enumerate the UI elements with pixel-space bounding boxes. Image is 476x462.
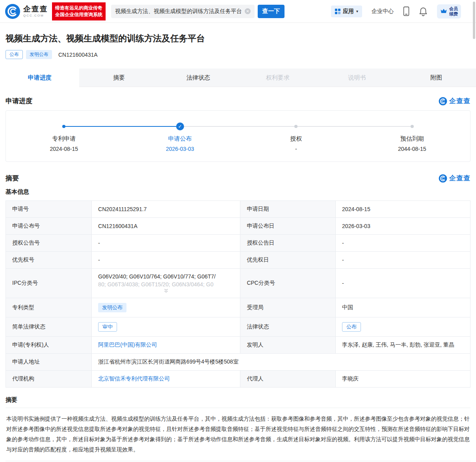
page-title: 视频生成方法、视频生成模型的训练方法及任务平台 <box>6 33 470 44</box>
vip-label: 会员 续费 <box>449 6 458 17</box>
info-label: 申请公布号 <box>6 218 92 235</box>
step-dot-filed <box>62 125 65 128</box>
table-row: IPC分类号 G06V20/40; G06V10/764; G06V10/774… <box>6 269 470 298</box>
info-label: 代理人 <box>240 371 336 388</box>
qcc-watermark-icon <box>439 97 447 106</box>
table-row: 申请人地址 浙江省杭州市滨江区长河街道网商路699号4号楼5楼508室 <box>6 354 470 371</box>
slogan-line1: 缔造有远见的商业传奇 <box>55 5 102 11</box>
step-dot-granted <box>294 125 298 128</box>
table-row: 申请公布号 CN121600431A 申请公布日 2026-03-03 <box>6 218 470 235</box>
bell-icon <box>419 7 428 16</box>
step-dot-expiry <box>411 125 414 128</box>
agency-value: 北京智信禾专利代理有限公司 <box>92 371 240 388</box>
mobile-app-button[interactable] <box>403 6 409 16</box>
ipc-line2: 80; G06T3/4038; G06T15/20; G06N3/0464; G… <box>98 281 234 288</box>
search-area: ✕ 查一下 <box>111 5 284 18</box>
qcc-watermark: 企查查 <box>439 174 470 183</box>
patent-office-value: 中国 <box>336 298 470 317</box>
applicant-address-value: 浙江省杭州市滨江区长河街道网商路699号4号楼5楼508室 <box>92 354 470 371</box>
patent-type-tag: 发明公布 <box>98 303 126 312</box>
status-tag-public: 公布 <box>6 50 23 59</box>
search-input[interactable] <box>115 8 245 15</box>
info-label: 简单法律状态 <box>6 317 92 337</box>
table-row: 申请号 CN202411125291.7 申请日期 2024-08-15 <box>6 201 470 218</box>
crown-icon <box>440 8 447 14</box>
abstract-text: 本说明书实施例提供了一种视频生成方法、视频生成模型的训练方法及任务平台，其中，视… <box>6 414 470 455</box>
info-label: 授权公告日 <box>240 235 336 252</box>
tab-application-progress[interactable]: 申请进度 <box>0 69 79 87</box>
summary-section-title: 摘要 <box>6 174 19 183</box>
cpc-class-value: - <box>336 269 470 298</box>
table-row: 专利类型 发明公布 受理局 中国 <box>6 298 470 317</box>
info-label: 受理局 <box>240 298 336 317</box>
apps-menu[interactable]: 应用 ▾ <box>331 6 362 17</box>
scrollbar-thumb[interactable] <box>473 2 475 39</box>
search-button[interactable]: 查一下 <box>258 5 284 18</box>
agency-link[interactable]: 北京智信禾专利代理有限公司 <box>98 375 170 382</box>
search-box[interactable]: ✕ <box>111 5 255 18</box>
grant-date-value: - <box>336 235 470 252</box>
info-label: 申请(专利权)人 <box>6 337 92 354</box>
tab-claims: 权利要求 <box>238 69 317 87</box>
progress-timeline: ✓ 专利申请 2024-08-15 申请公布 2026-03-03 授权 - 预… <box>6 110 470 162</box>
priority-number-value: - <box>92 252 240 269</box>
info-label: 申请公布日 <box>240 218 336 235</box>
tab-figures[interactable]: 附图 <box>397 69 476 87</box>
clear-search-icon[interactable]: ✕ <box>245 8 251 14</box>
publication-number-value: CN121600431A <box>92 218 240 235</box>
info-label: 优先权日 <box>240 252 336 269</box>
basic-info-title: 基本信息 <box>6 188 470 196</box>
table-row: 代理机构 北京智信禾专利代理有限公司 代理人 李晓庆 <box>6 371 470 388</box>
table-row: 优先权号 - 优先权日 - <box>6 252 470 269</box>
notifications-button[interactable] <box>419 7 428 16</box>
legal-status-value: 公布 <box>336 317 470 337</box>
applicant-link[interactable]: 阿里巴巴(中国)有限公司 <box>98 341 157 348</box>
timeline-step: 申请公布 2026-03-03 <box>122 135 238 152</box>
apps-label: 应用 <box>343 8 354 15</box>
abstract-title: 摘要 <box>6 396 470 404</box>
top-header: 企查查 QCC.COM 缔造有远见的商业传奇 全国企业信用查询系统 ✕ 查一下 … <box>0 0 476 23</box>
step-check-icon: ✓ <box>176 122 184 130</box>
application-number-value: CN202411125291.7 <box>92 201 240 218</box>
info-label: 发明人 <box>240 337 336 354</box>
slogan-banner: 缔造有远见的商业传奇 全国企业信用查询系统 <box>52 2 106 20</box>
tab-legal-status[interactable]: 法律状态 <box>159 69 238 87</box>
info-label: 代理机构 <box>6 371 92 388</box>
info-label: 申请号 <box>6 201 92 218</box>
published-status-tag: 公布 <box>342 322 361 332</box>
table-row: 简单法律状态 审中 法律状态 公布 <box>6 317 470 337</box>
tab-summary[interactable]: 摘要 <box>79 69 158 87</box>
info-label: CPC分类号 <box>240 269 336 298</box>
summary-section-head: 摘要 企查查 <box>0 162 476 187</box>
priority-date-value: - <box>336 252 470 269</box>
info-label: 申请人地址 <box>6 354 92 371</box>
application-date-value: 2024-08-15 <box>336 201 470 218</box>
vip-renew-button[interactable]: 会员 续费 <box>437 4 461 19</box>
info-label: IPC分类号 <box>6 269 92 298</box>
patent-number: CN121600431A <box>58 52 98 58</box>
progress-section-head: 申请进度 企查查 <box>0 87 476 110</box>
qcc-watermark-icon <box>439 174 447 183</box>
timeline-step: 专利申请 2024-08-15 <box>6 135 122 152</box>
timeline-step: 预估到期 2044-08-15 <box>354 135 470 152</box>
caret-down-icon: ▾ <box>356 9 358 13</box>
qcc-watermark: 企查查 <box>439 96 470 106</box>
simple-legal-status-value: 审中 <box>92 317 240 337</box>
qcc-watermark-label: 企查查 <box>449 96 470 106</box>
info-label: 法律状态 <box>240 317 336 337</box>
grant-number-value: - <box>92 235 240 252</box>
expand-chevron-icon[interactable] <box>98 288 234 293</box>
type-tag-invention: 发明公布 <box>26 50 52 59</box>
info-label: 优先权号 <box>6 252 92 269</box>
tabbar: 申请进度 摘要 法律状态 权利要求 说明书 附图 <box>0 69 476 87</box>
slogan-line2: 全国企业信用查询系统 <box>55 11 102 18</box>
qcc-logo[interactable]: 企查查 QCC.COM <box>5 4 48 19</box>
progress-section-title: 申请进度 <box>6 96 32 106</box>
inventors-value: 李东泽, 赵康, 王伟, 马一丰, 彭勃, 张迎亚, 董晶 <box>336 337 470 354</box>
ipc-line1: G06V20/40; G06V10/764; G06V10/774; G06T7… <box>98 273 234 280</box>
enterprise-center-link[interactable]: 企业中心 <box>372 8 394 15</box>
info-label: 专利类型 <box>6 298 92 317</box>
qcc-watermark-label: 企查查 <box>449 174 470 183</box>
patent-type-value: 发明公布 <box>92 298 240 317</box>
table-row: 申请(专利权)人 阿里巴巴(中国)有限公司 发明人 李东泽, 赵康, 王伟, 马… <box>6 337 470 354</box>
